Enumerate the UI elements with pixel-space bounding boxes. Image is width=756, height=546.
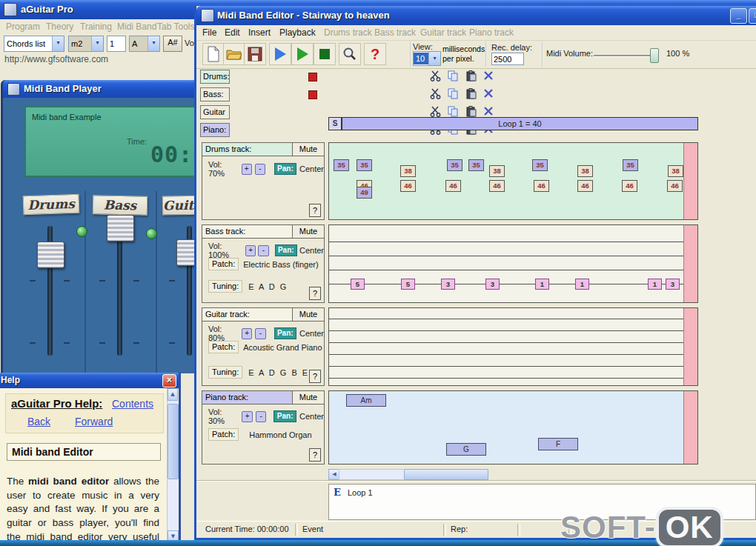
volume-up-button[interactable]: + xyxy=(242,164,252,175)
menu-edit[interactable]: Edit xyxy=(225,27,240,38)
close-button[interactable]: × xyxy=(162,374,176,387)
scroll-up-button[interactable]: ▲ xyxy=(168,388,178,401)
strip-paste-button[interactable] xyxy=(463,70,478,84)
menu-piano-track[interactable]: Piano track xyxy=(469,27,514,38)
bass-fader-track[interactable] xyxy=(117,226,122,356)
forward-link[interactable]: Forward xyxy=(75,416,113,427)
editor-titlebar[interactable]: Midi Band Editor - Stairway to heaven _ … xyxy=(196,6,756,25)
bass-note-box[interactable]: 5 xyxy=(351,279,365,290)
drum-note-box[interactable]: 35 xyxy=(334,159,349,171)
menu-guitar-track[interactable]: Guitar track xyxy=(420,27,466,38)
player-titlebar[interactable]: Midi Band Player xyxy=(3,80,199,98)
volume-up-button[interactable]: + xyxy=(242,328,252,339)
guitar-pan-button[interactable]: Pan: xyxy=(274,327,296,339)
help-scrollbar[interactable]: ▲ ▼ xyxy=(167,388,178,543)
drums-mute-button[interactable]: Mute xyxy=(293,143,324,156)
volume-down-button[interactable]: - xyxy=(258,245,268,256)
bass-note-grid[interactable]: 55331113 xyxy=(328,224,698,303)
volume-up-button[interactable]: + xyxy=(245,245,256,256)
strip-button-guitar[interactable]: Guitar xyxy=(200,105,230,119)
strip-cut-button[interactable] xyxy=(428,70,442,84)
menu-drums-track[interactable]: Drums track xyxy=(324,27,372,38)
loop-bar[interactable]: Loop 1 = 40 xyxy=(342,117,698,130)
bass-note-box[interactable]: 1 xyxy=(535,279,549,290)
drum-note-box[interactable]: 38 xyxy=(489,165,505,177)
stop-button[interactable] xyxy=(314,43,336,65)
number-field[interactable]: 1 xyxy=(107,36,126,52)
strip-button-bass[interactable]: Bass: xyxy=(200,87,230,101)
drum-note-box[interactable]: 35 xyxy=(357,159,372,171)
strip-button-piano[interactable]: Piano: xyxy=(200,123,230,137)
help-titlebar[interactable]: Help × xyxy=(0,373,179,388)
accidental-button[interactable]: A# xyxy=(163,36,182,52)
drum-note-box[interactable]: 38 xyxy=(400,165,416,177)
loop-list-item[interactable]: Loop 1 xyxy=(348,488,373,497)
drum-note-box[interactable]: 46 xyxy=(445,180,461,192)
record-indicator[interactable] xyxy=(308,73,317,81)
rec-delay-input[interactable] xyxy=(491,53,524,65)
chord-box[interactable]: F xyxy=(538,438,578,450)
midi-volume-slider-thumb[interactable] xyxy=(650,48,659,63)
bass-help-button[interactable]: ? xyxy=(309,287,321,300)
drum-note-box[interactable]: 38 xyxy=(577,165,593,177)
open-file-button[interactable] xyxy=(223,43,245,65)
strip-paste-button[interactable] xyxy=(463,88,478,101)
interval-combo[interactable]: m2 ▾ xyxy=(68,36,104,52)
guitar-tuning-value[interactable]: E A D G B E xyxy=(248,368,309,377)
drum-note-box[interactable]: 46 xyxy=(667,180,683,192)
midi-volume-slider[interactable] xyxy=(594,55,657,57)
drums-pan-button[interactable]: Pan: xyxy=(274,163,296,175)
drum-note-box[interactable]: 46 xyxy=(577,180,593,192)
bass-fader-knob[interactable] xyxy=(107,215,134,242)
bass-note-box[interactable]: 1 xyxy=(648,279,662,290)
contents-link[interactable]: Contents xyxy=(112,398,153,410)
bass-note-box[interactable]: 5 xyxy=(401,279,415,290)
menu-midi-band[interactable]: Midi Band xyxy=(117,21,156,32)
chord-box[interactable]: Am xyxy=(346,394,386,407)
record-indicator[interactable] xyxy=(308,90,317,99)
bass-pan-button[interactable]: Pan: xyxy=(275,244,297,256)
menu-theory[interactable]: Theory xyxy=(46,21,73,32)
help-button[interactable]: ? xyxy=(364,43,386,65)
menu-training[interactable]: Training xyxy=(80,21,112,32)
volume-down-button[interactable]: - xyxy=(255,328,265,339)
drum-note-box[interactable]: 35 xyxy=(623,159,638,171)
bass-note-box[interactable]: 3 xyxy=(485,279,500,290)
menu-playback[interactable]: Playback xyxy=(279,27,316,38)
note-combo[interactable]: A ▾ xyxy=(129,36,160,52)
drum-note-box[interactable]: 35 xyxy=(447,159,462,171)
volume-up-button[interactable]: + xyxy=(242,411,252,422)
menu-bass-track[interactable]: Bass track xyxy=(374,27,416,38)
play-button[interactable] xyxy=(269,43,291,65)
bass-note-box[interactable]: 1 xyxy=(575,279,589,290)
menu-tab-tools[interactable]: Tab Tools xyxy=(157,21,194,32)
drum-note-box[interactable]: 49 xyxy=(357,187,372,199)
save-button[interactable] xyxy=(244,43,266,65)
menu-insert[interactable]: Insert xyxy=(248,27,271,38)
guitar-mute-button[interactable]: Mute xyxy=(293,308,324,321)
scroll-thumb[interactable] xyxy=(404,469,488,480)
strip-copy-button[interactable] xyxy=(445,70,460,84)
new-file-button[interactable] xyxy=(202,43,225,65)
piano-mute-button[interactable]: Mute xyxy=(293,391,324,404)
drum-note-box[interactable]: 35 xyxy=(468,159,484,171)
guitar-help-button[interactable]: ? xyxy=(309,370,321,383)
drums-fader-knob[interactable] xyxy=(37,242,64,268)
zoom-button[interactable] xyxy=(339,43,361,65)
piano-pan-button[interactable]: Pan: xyxy=(273,410,296,422)
back-link[interactable]: Back xyxy=(27,416,50,427)
bass-tuning-value[interactable]: E A D G xyxy=(248,282,288,291)
bass-mute-button[interactable]: Mute xyxy=(293,225,324,238)
drum-note-box[interactable]: 46 xyxy=(622,180,637,192)
menu-program[interactable]: Program xyxy=(6,21,40,32)
loop-start-marker[interactable]: S xyxy=(328,117,342,130)
scroll-thumb[interactable] xyxy=(168,404,179,479)
drum-note-box[interactable]: 35 xyxy=(532,159,548,171)
chords-list-combo[interactable]: Chords list ▾ xyxy=(4,36,64,52)
volume-down-button[interactable]: - xyxy=(255,164,265,175)
minimize-button[interactable]: _ xyxy=(730,8,747,24)
strip-cut-button[interactable] xyxy=(428,88,442,101)
drum-note-box[interactable]: 46 xyxy=(489,180,505,192)
guitar-note-grid[interactable] xyxy=(328,307,698,386)
drum-note-box[interactable]: 46 xyxy=(534,180,549,192)
